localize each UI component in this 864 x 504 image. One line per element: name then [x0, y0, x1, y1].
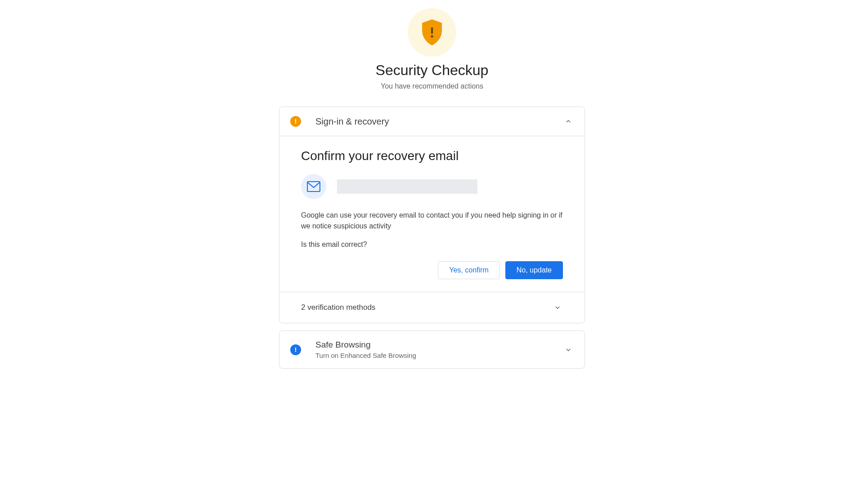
confirm-button[interactable]: Yes, confirm [438, 261, 500, 279]
update-button[interactable]: No, update [505, 261, 563, 279]
svg-rect-0 [431, 27, 433, 34]
shield-warning-icon [408, 8, 456, 57]
recovery-email-section: Confirm your recovery email Google can u… [279, 136, 585, 292]
signin-recovery-header[interactable]: ! Sign-in & recovery [279, 107, 585, 136]
chevron-down-icon [563, 344, 574, 355]
chevron-up-icon [563, 116, 574, 127]
signin-recovery-card: ! Sign-in & recovery Confirm your recove… [279, 107, 585, 323]
recovery-email-buttons: Yes, confirm No, update [301, 261, 563, 279]
safe-browsing-subtitle: Turn on Enhanced Safe Browsing [315, 352, 563, 359]
safe-browsing-card: ! Safe Browsing Turn on Enhanced Safe Br… [279, 330, 585, 369]
verification-methods-title: 2 verification methods [301, 303, 552, 312]
recovery-email-title: Confirm your recovery email [301, 149, 563, 163]
recovery-email-description: Google can use your recovery email to co… [301, 210, 563, 232]
page-subtitle: You have recommended actions [279, 82, 585, 90]
info-status-icon: ! [290, 344, 301, 355]
verification-methods-row[interactable]: 2 verification methods [279, 292, 585, 323]
safe-browsing-title-wrap: Safe Browsing Turn on Enhanced Safe Brow… [315, 340, 563, 359]
safe-browsing-title: Safe Browsing [315, 340, 563, 350]
svg-point-1 [431, 36, 433, 38]
warning-status-icon: ! [290, 116, 301, 127]
recovery-email-question: Is this email correct? [301, 241, 563, 249]
email-icon [301, 174, 326, 199]
security-checkup-container: Security Checkup You have recommended ac… [279, 0, 585, 369]
signin-recovery-title: Sign-in & recovery [315, 116, 563, 127]
recovery-email-value [337, 179, 477, 194]
page-header: Security Checkup You have recommended ac… [279, 8, 585, 90]
safe-browsing-header[interactable]: ! Safe Browsing Turn on Enhanced Safe Br… [279, 331, 585, 368]
recovery-email-row [301, 174, 563, 199]
page-title: Security Checkup [279, 62, 585, 79]
chevron-down-icon [552, 302, 563, 313]
